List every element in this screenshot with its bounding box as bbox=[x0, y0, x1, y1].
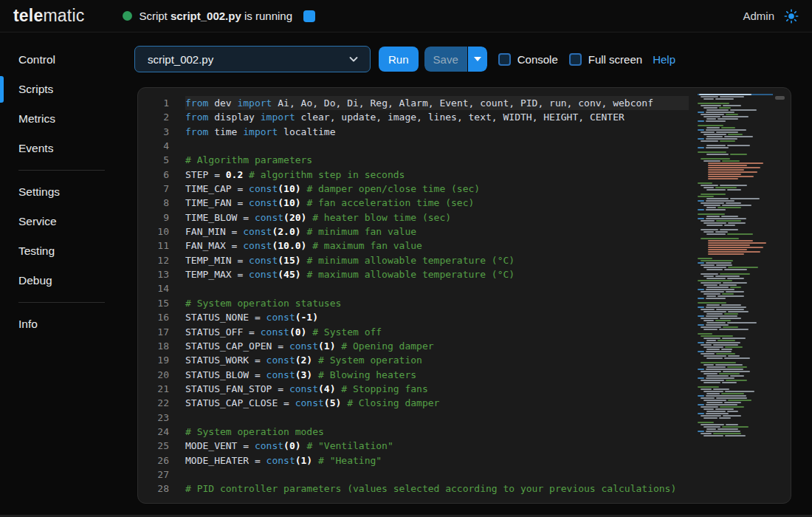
active-indicator bbox=[0, 47, 4, 73]
line-number: 12 bbox=[138, 253, 169, 267]
code-line-content: TIME_BLOW = const(20) # heater blow time… bbox=[185, 210, 689, 225]
minimap-code-mark bbox=[706, 225, 722, 226]
code-line[interactable]: 5# Algorithm parameters bbox=[138, 153, 689, 167]
minimap[interactable] bbox=[698, 94, 773, 437]
minimap-row bbox=[698, 98, 773, 100]
brand-logo[interactable]: telematic bbox=[13, 6, 84, 26]
minimap-row bbox=[698, 373, 773, 374]
minimap-row bbox=[698, 205, 773, 206]
code-line[interactable]: 21STATUS_FAN_STOP = const(4) # Stopping … bbox=[138, 382, 689, 396]
minimap-code-mark bbox=[703, 329, 717, 330]
sidebar-item-metrics[interactable]: Metrics bbox=[0, 104, 129, 134]
code-line[interactable]: 28# PID controller parameters (values se… bbox=[138, 482, 689, 496]
minimap-code-mark bbox=[726, 380, 748, 381]
code-line[interactable]: 15# System operation statuses bbox=[138, 296, 689, 310]
minimap-code-mark bbox=[708, 253, 744, 255]
code-line[interactable]: 26MODE_HEATER = const(1) # "Heating" bbox=[138, 453, 689, 468]
minimap-code-mark bbox=[718, 295, 744, 297]
minimap-row bbox=[698, 238, 773, 239]
minimap-row bbox=[698, 112, 773, 113]
minimap-code-mark bbox=[706, 357, 722, 359]
user-menu[interactable]: Admin bbox=[743, 10, 774, 22]
fullscreen-toggle[interactable]: Full screen bbox=[569, 53, 642, 66]
fullscreen-checkbox[interactable] bbox=[569, 53, 582, 66]
minimap-code-mark bbox=[713, 388, 729, 390]
minimap-row bbox=[698, 404, 773, 405]
save-dropdown-button[interactable] bbox=[467, 47, 487, 72]
minimap-code-mark bbox=[726, 202, 741, 204]
console-toggle[interactable]: Console bbox=[498, 53, 558, 66]
code-line[interactable]: 8TIME_FAN = const(10) # fan acceleration… bbox=[138, 196, 689, 210]
code-line[interactable]: 13TEMP_MAX = const(45) # maximum allowab… bbox=[138, 267, 689, 281]
minimap-row bbox=[698, 400, 773, 401]
sidebar-item-control[interactable]: Control bbox=[0, 45, 129, 75]
code-line[interactable]: 3from time import localtime bbox=[138, 125, 689, 139]
minimap-row bbox=[698, 322, 773, 323]
code-line[interactable]: 17STATUS_OFF = const(0) # System off bbox=[138, 325, 689, 339]
minimap-code-mark bbox=[698, 209, 704, 210]
sidebar-item-debug[interactable]: Debug bbox=[0, 266, 129, 295]
minimap-row bbox=[698, 326, 773, 328]
scrollbar-thumb[interactable] bbox=[775, 96, 785, 100]
minimap-code-mark bbox=[730, 198, 760, 199]
stop-script-button[interactable] bbox=[303, 10, 315, 22]
sidebar-item-events[interactable]: Events bbox=[0, 134, 129, 163]
minimap-row bbox=[698, 107, 773, 109]
code-line[interactable]: 23 bbox=[138, 411, 689, 425]
script-select[interactable]: script_002.py bbox=[134, 46, 371, 72]
minimap-code-mark bbox=[708, 165, 747, 166]
code-line[interactable]: 12TEMP_MIN = const(15) # minimum allowab… bbox=[138, 253, 689, 267]
sidebar-item-settings[interactable]: Settings bbox=[0, 177, 129, 207]
minimap-row bbox=[698, 395, 773, 397]
minimap-code-mark bbox=[706, 200, 734, 202]
minimap-code-mark bbox=[723, 415, 742, 417]
sidebar-item-scripts[interactable]: Scripts bbox=[0, 75, 129, 104]
minimap-code-mark bbox=[701, 238, 739, 239]
code-line[interactable]: 20STATUS_BLOW = const(3) # Blowing heate… bbox=[138, 368, 689, 382]
run-button[interactable]: Run bbox=[379, 47, 419, 72]
code-line[interactable]: 2from display import clear, update, imag… bbox=[138, 110, 689, 124]
script-toolbar: script_002.py Run Save Console Full scre… bbox=[134, 46, 675, 72]
code-line[interactable]: 1from dev import Ai, Ao, Do, Di, Reg, Al… bbox=[138, 96, 689, 110]
save-button[interactable]: Save bbox=[424, 47, 467, 72]
code-line[interactable]: 14 bbox=[138, 281, 689, 295]
code-line[interactable]: 18STATUS_CAP_OPEN = const(1) # Opening d… bbox=[138, 339, 689, 353]
minimap-row bbox=[698, 180, 773, 182]
code-line[interactable]: 19STATUS_WORK = const(2) # System operat… bbox=[138, 353, 689, 367]
sidebar-item-service[interactable]: Service bbox=[0, 207, 129, 236]
minimap-code-mark bbox=[715, 364, 743, 366]
theme-toggle-sun-icon[interactable] bbox=[784, 9, 799, 24]
code-line[interactable]: 10FAN_MIN = const(2.0) # minimum fan val… bbox=[138, 225, 689, 239]
code-line[interactable]: 4 bbox=[138, 139, 689, 153]
minimap-code-mark bbox=[698, 333, 712, 335]
top-bar: telematic Script script_002.py is runnin… bbox=[0, 0, 812, 32]
code-line[interactable]: 25MODE_VENT = const(0) # "Ventilation" bbox=[138, 439, 689, 453]
code-line[interactable]: 16STATUS_NONE = const(-1) bbox=[138, 310, 689, 324]
minimap-row bbox=[698, 249, 773, 250]
minimap-row bbox=[698, 211, 773, 213]
minimap-code-mark bbox=[701, 406, 718, 408]
code-editor[interactable]: 1from dev import Ai, Ao, Do, Di, Reg, Al… bbox=[137, 87, 791, 504]
code-line[interactable]: 27 bbox=[138, 468, 689, 482]
code-line[interactable]: 9TIME_BLOW = const(20) # heater blow tim… bbox=[138, 210, 689, 225]
minimap-row bbox=[698, 402, 773, 403]
console-checkbox[interactable] bbox=[498, 53, 511, 66]
minimap-row bbox=[698, 233, 773, 235]
code-line[interactable]: 24# System operation modes bbox=[138, 425, 689, 439]
minimap-row bbox=[698, 422, 773, 423]
minimap-code-mark bbox=[718, 428, 738, 430]
sidebar-item-testing[interactable]: Testing bbox=[0, 236, 129, 266]
code-line[interactable]: 11FAN_MAX = const(10.0) # maximum fan va… bbox=[138, 239, 689, 253]
help-link[interactable]: Help bbox=[653, 53, 675, 66]
minimap-code-mark bbox=[718, 118, 738, 120]
minimap-code-mark bbox=[706, 340, 716, 341]
sidebar-item-info[interactable]: Info bbox=[0, 309, 129, 339]
minimap-code-mark bbox=[715, 187, 737, 188]
code-line[interactable]: 6STEP = 0.2 # algorithm step in seconds bbox=[138, 168, 689, 182]
minimap-code-mark bbox=[706, 189, 726, 191]
minimap-row bbox=[698, 324, 773, 326]
code-line[interactable]: 7TIME_CAP = const(10) # damper open/clos… bbox=[138, 182, 689, 196]
minimap-code-mark bbox=[698, 289, 704, 290]
minimap-row bbox=[698, 355, 773, 357]
code-line[interactable]: 22STATUS_CAP_CLOSE = const(5) # Closing … bbox=[138, 396, 689, 410]
